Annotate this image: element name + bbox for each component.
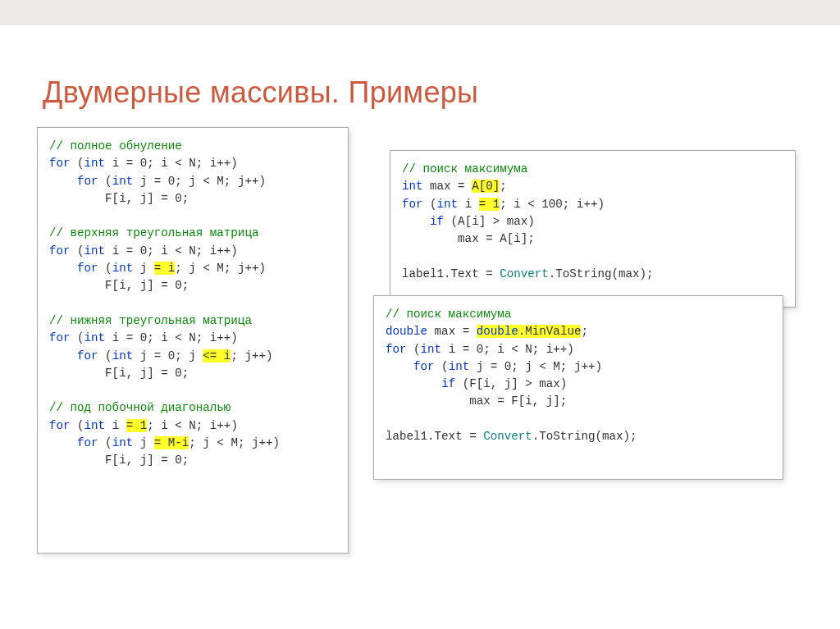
code-box-left: // полное обнуление for (int i = 0; i < … <box>37 127 349 554</box>
code-bottom-right: // поиск максимума double max = double.M… <box>386 306 773 445</box>
code-left: // полное обнуление for (int i = 0; i < … <box>49 138 338 470</box>
code-top-right: // поиск максимума int max = A[0]; for (… <box>402 161 785 283</box>
header-bar <box>0 0 840 25</box>
code-box-bottom-right: // поиск максимума double max = double.M… <box>373 295 783 480</box>
code-box-top-right: // поиск максимума int max = A[0]; for (… <box>390 150 796 308</box>
page-title: Двумерные массивы. Примеры <box>43 75 478 110</box>
content-area: // полное обнуление for (int i = 0; i < … <box>37 127 808 590</box>
